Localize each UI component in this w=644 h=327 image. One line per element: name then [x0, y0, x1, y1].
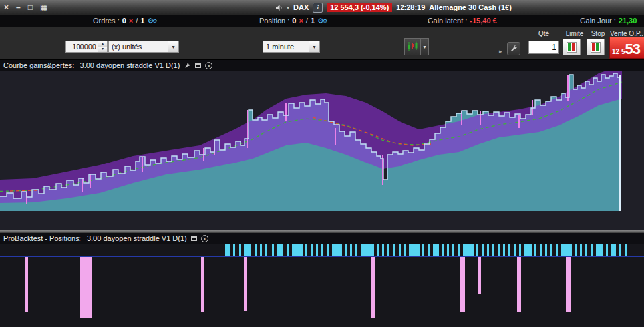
minimize-window-icon[interactable]: –	[16, 0, 21, 15]
backtest-window-icon[interactable]	[191, 236, 197, 241]
orders-alt-count: 1	[140, 17, 144, 25]
stop-order-icon	[591, 42, 601, 53]
chart-style-dropdown[interactable]: ▾	[420, 38, 429, 55]
spin-up-icon[interactable]: ▴	[98, 41, 107, 47]
panel-wrench-icon[interactable]	[184, 62, 191, 69]
units-select-value: (x) unités	[109, 43, 168, 51]
chart-toolbar: ▴ ▾ (x) unités ▾ 1 minute ▾ ▾ ▸ Qté Limi…	[0, 27, 644, 60]
spin-down-icon[interactable]: ▾	[98, 47, 107, 52]
units-dropdown-icon[interactable]: ▾	[168, 41, 178, 52]
instrument-header: ▾ DAX i 12 554,3 (-0,14%) 12:28:19 Allem…	[275, 0, 512, 15]
sell-price-main: 53	[625, 42, 639, 57]
wrench-icon	[510, 45, 518, 53]
chart-style-button[interactable]	[404, 38, 421, 55]
quantity-input[interactable]	[66, 41, 98, 52]
trading-app-window: { "icons": { "close_x": "×", "minimize":…	[0, 0, 644, 327]
timeframe-dropdown-icon[interactable]: ▾	[309, 41, 319, 52]
timeframe-select[interactable]: 1 minute ▾	[263, 41, 320, 53]
instrument-name[interactable]: DAX	[293, 3, 309, 11]
limit-order-button[interactable]	[563, 39, 581, 55]
equity-chart-panel: Courbe gains&pertes: _3.00 dayopen strad…	[0, 60, 644, 230]
qty-header: Qté	[528, 30, 559, 37]
orders-count: 0	[122, 17, 126, 25]
stop-order-button[interactable]	[587, 39, 605, 55]
panel-collapse-icon[interactable]: ▸	[499, 48, 502, 55]
limit-order-icon	[567, 42, 577, 53]
limit-header: Limite	[563, 30, 587, 37]
gain-day-label: Gain Jour :	[580, 17, 616, 25]
orders-separator: /	[136, 17, 138, 25]
timeframe-select-value: 1 minute	[263, 43, 309, 51]
info-icon[interactable]: i	[313, 3, 323, 13]
contract-name: Allemagne 30 Cash (1€)	[429, 3, 512, 11]
close-position-icon[interactable]: ×	[299, 17, 303, 25]
position-count: 0	[292, 17, 296, 25]
instrument-dropdown-icon[interactable]: ▾	[287, 5, 289, 11]
order-status-bar: Ordres : 0 × / 1 ⚙⚙ Position : 0 × / 1 ⚙…	[0, 15, 644, 27]
position-settings-icon[interactable]: ⚙⚙	[317, 17, 327, 25]
grid-layout-icon[interactable]: ▦	[40, 0, 47, 15]
price-badge: 12 554,3 (-0,14%)	[327, 3, 392, 12]
position-label: Position :	[259, 17, 289, 25]
speaker-icon[interactable]	[275, 4, 283, 11]
units-select[interactable]: (x) unités ▾	[108, 41, 179, 53]
positions-chart-canvas[interactable]	[0, 244, 644, 327]
equity-panel-title: Courbe gains&pertes: _3.00 dayopen strad…	[3, 61, 180, 69]
position-alt-count: 1	[311, 17, 315, 25]
position-status: Position : 0 × / 1 ⚙⚙	[259, 15, 327, 27]
day-gain: Gain Jour : 21,30	[580, 15, 637, 27]
sell-price-prefix: 12 5	[612, 47, 625, 57]
stop-header: Stop	[588, 30, 608, 37]
gain-latent-value: -15,40 €	[470, 17, 496, 25]
maximize-window-icon[interactable]: □	[28, 0, 33, 15]
backtest-close-icon[interactable]: ×	[201, 235, 208, 242]
backtest-positions-panel: ProBacktest - Positions: _3.00 dayopen s…	[0, 233, 644, 327]
gain-day-value: 21,30	[619, 17, 637, 25]
backtest-panel-titlebar: ProBacktest - Positions: _3.00 dayopen s…	[0, 233, 644, 244]
quantity-spin-buttons[interactable]: ▴ ▾	[98, 41, 107, 52]
position-separator: /	[306, 17, 308, 25]
clock-text: 12:28:19	[396, 3, 425, 11]
unrealized-gain: Gain latent : -15,40 €	[428, 15, 497, 27]
orders-status: Ordres : 0 × / 1 ⚙⚙	[93, 15, 158, 27]
sell-button[interactable]: 12 5 53	[609, 37, 644, 59]
order-settings-button[interactable]	[507, 42, 520, 55]
panel-window-icon[interactable]	[195, 63, 201, 68]
chart-style-dropdown-icon: ▾	[423, 44, 426, 50]
cancel-orders-icon[interactable]: ×	[129, 17, 133, 25]
orders-settings-icon[interactable]: ⚙⚙	[147, 17, 157, 25]
order-qty-input[interactable]	[528, 41, 559, 54]
close-window-icon[interactable]: ×	[4, 0, 9, 15]
window-controls: × – □ ▦	[4, 0, 47, 15]
backtest-panel-title: ProBacktest - Positions: _3.00 dayopen s…	[3, 234, 187, 242]
quantity-stepper[interactable]: ▴ ▾	[65, 41, 108, 53]
window-titlebar: × – □ ▦ ▾ DAX i 12 554,3 (-0,14%) 12:28:…	[0, 0, 644, 15]
equity-panel-titlebar: Courbe gains&pertes: _3.00 dayopen strad…	[0, 60, 644, 71]
equity-chart-canvas[interactable]	[0, 71, 644, 230]
panel-close-icon[interactable]: ×	[205, 62, 212, 69]
candlestick-icon	[407, 41, 418, 52]
gain-latent-label: Gain latent :	[428, 17, 467, 25]
orders-label: Ordres :	[93, 17, 120, 25]
